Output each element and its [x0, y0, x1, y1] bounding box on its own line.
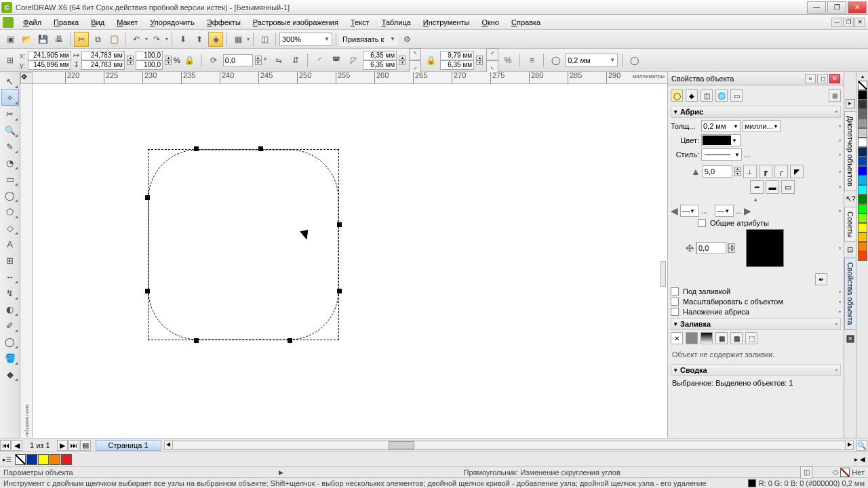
transparency-tab-icon[interactable]: ◫	[701, 89, 713, 102]
page-prev-button[interactable]: ◀	[12, 440, 22, 451]
page-tab-1[interactable]: Страница 1	[96, 440, 161, 451]
miter-input[interactable]: 5,0	[703, 165, 732, 178]
thickness-unit-combo[interactable]: милли...▼	[743, 120, 781, 132]
publish-button[interactable]: ◈	[208, 32, 223, 47]
swatch-navy[interactable]	[858, 147, 867, 157]
zoom-fit-button[interactable]: 🔍	[856, 440, 867, 451]
lock-ratio-button[interactable]: 🔒	[182, 53, 197, 68]
docpal-none[interactable]	[15, 454, 26, 465]
save-button[interactable]: 💾	[35, 32, 50, 47]
freehand-tool[interactable]: ✎	[1, 138, 19, 155]
drawing-canvas[interactable]	[33, 84, 667, 438]
cap-butt-button[interactable]: ━	[750, 180, 764, 194]
corner-bl-icon[interactable]: ◟	[486, 60, 498, 73]
redo-button[interactable]: ↷	[149, 32, 164, 47]
swatch-cyan[interactable]	[858, 185, 867, 195]
corner-lock-button[interactable]: 🔒	[423, 53, 438, 68]
connector-tool[interactable]: ↯	[1, 285, 19, 301]
snap-combo[interactable]: Привязать к ▼	[340, 33, 398, 46]
mdi-restore[interactable]: ❐	[843, 18, 854, 27]
corner2-h-input[interactable]	[440, 60, 474, 70]
summary-section-header[interactable]: ▾Сводка ▫	[671, 364, 841, 376]
ruler-horizontal[interactable]: 220 225 230 235 240 245 250 255 260 265 …	[33, 72, 667, 84]
page-first-button[interactable]: ⏮	[0, 440, 11, 451]
status-color-proof-icon[interactable]: ◫	[800, 466, 812, 479]
menu-text[interactable]: Текст	[345, 17, 375, 28]
presets-button[interactable]: ⊞	[3, 53, 18, 68]
menu-table[interactable]: Таблица	[376, 17, 416, 28]
swatch-light-gray[interactable]	[858, 128, 867, 138]
ruler-vertical[interactable]: миллиметры	[20, 84, 33, 438]
menu-window[interactable]: Окно	[476, 17, 505, 28]
x-input[interactable]	[28, 51, 71, 60]
corner-round2-button[interactable]: ╭	[774, 165, 788, 178]
relative-corner-button[interactable]: %	[500, 53, 515, 68]
fountain-fill-button[interactable]	[701, 332, 713, 344]
menu-file[interactable]: Файл	[18, 17, 47, 28]
hints-icon[interactable]: ↖?	[846, 195, 855, 204]
scale-x-input[interactable]	[136, 51, 163, 60]
vertical-scrollbar[interactable]	[660, 261, 666, 287]
uniform-fill-button[interactable]	[686, 332, 698, 344]
docker-close-button[interactable]: ✕	[829, 74, 840, 83]
swatch-blue[interactable]	[858, 166, 867, 176]
height-input[interactable]	[81, 60, 125, 70]
arrow-start-combo[interactable]: —▼	[680, 205, 699, 217]
wrap-text-button[interactable]: ≡	[524, 53, 539, 68]
corner-chamfer-button[interactable]: ◸	[346, 53, 361, 68]
swatch-cyan1[interactable]	[858, 176, 867, 185]
miter-limit-button[interactable]: ⟂	[743, 165, 757, 178]
to-curves-button[interactable]: ◯	[627, 53, 642, 68]
corner-w-input[interactable]	[363, 51, 397, 60]
docpal-blue[interactable]	[26, 454, 37, 465]
outline-width-combo[interactable]: ▼	[565, 54, 618, 67]
interactive-fill-tool[interactable]: ◆	[1, 366, 19, 382]
palette-menu-icon[interactable]: ▸☰	[3, 456, 12, 463]
swatch-silver[interactable]	[858, 119, 867, 128]
mirror-h-button[interactable]: ⇋	[271, 53, 286, 68]
swatch-orange[interactable]	[858, 242, 867, 251]
fill-section-header[interactable]: ▾Заливка ▫	[671, 318, 841, 330]
tab-hints[interactable]: Советы	[844, 207, 856, 242]
arrow-start-more[interactable]: ...	[701, 207, 707, 215]
menu-tools[interactable]: Инструменты	[418, 17, 475, 28]
corner-h-input[interactable]	[363, 60, 397, 70]
overprint-checkbox[interactable]	[671, 308, 679, 316]
docker-collapse-button[interactable]: »	[805, 74, 816, 83]
zoom-combo[interactable]: ▼	[279, 33, 332, 46]
page-last-button[interactable]: ⏭	[68, 440, 79, 451]
basic-shapes-tool[interactable]: ◇	[1, 220, 19, 236]
angle-input[interactable]: 0,0	[696, 242, 726, 254]
close-button[interactable]: ✕	[848, 1, 867, 14]
app-launch-button[interactable]: ▦	[231, 32, 245, 47]
menu-edit[interactable]: Правка	[48, 17, 84, 28]
text-tool[interactable]: A	[1, 236, 19, 252]
interactive-tool[interactable]: ◐	[1, 301, 19, 317]
welcome-button[interactable]: ◫	[257, 32, 272, 47]
swatch-redorange[interactable]	[858, 251, 867, 261]
status-expand-icon[interactable]: ▶	[279, 469, 283, 476]
import-button[interactable]: ⬇	[176, 32, 191, 47]
swatch-white[interactable]	[858, 138, 867, 147]
outline-section-header[interactable]: ▾Абрис ▫	[671, 106, 841, 118]
mirror-v-button[interactable]: ⇵	[288, 53, 303, 68]
outline-tab-icon[interactable]: ◯	[671, 89, 683, 102]
scale-y-input[interactable]	[136, 60, 163, 70]
corner-tl-icon[interactable]: ◜	[486, 48, 498, 60]
tab-close-icon[interactable]: ✕	[846, 335, 854, 343]
docker-dock-button[interactable]: ◻	[817, 74, 828, 83]
table-tool[interactable]: ⊞	[1, 252, 19, 268]
cap-round-button[interactable]: ▬	[766, 180, 779, 194]
rotation-input[interactable]	[223, 54, 253, 66]
tab-object-manager[interactable]: Диспетчер объектов	[844, 111, 856, 191]
crop-tool[interactable]: ✂	[1, 106, 19, 122]
corner-tr-icon[interactable]: ◝	[409, 48, 421, 60]
corner-miter-button[interactable]: ┏	[759, 165, 772, 178]
mdi-minimize[interactable]: —	[831, 18, 842, 27]
page-next-button[interactable]: ▶	[57, 440, 68, 451]
docpal-right-icon[interactable]: ▸ ◀	[854, 455, 865, 463]
width-input[interactable]	[81, 51, 125, 60]
fill-tool[interactable]: 🪣	[1, 350, 19, 366]
options-button[interactable]: ⚙	[399, 32, 414, 47]
corner-br-icon[interactable]: ◞	[409, 60, 421, 73]
